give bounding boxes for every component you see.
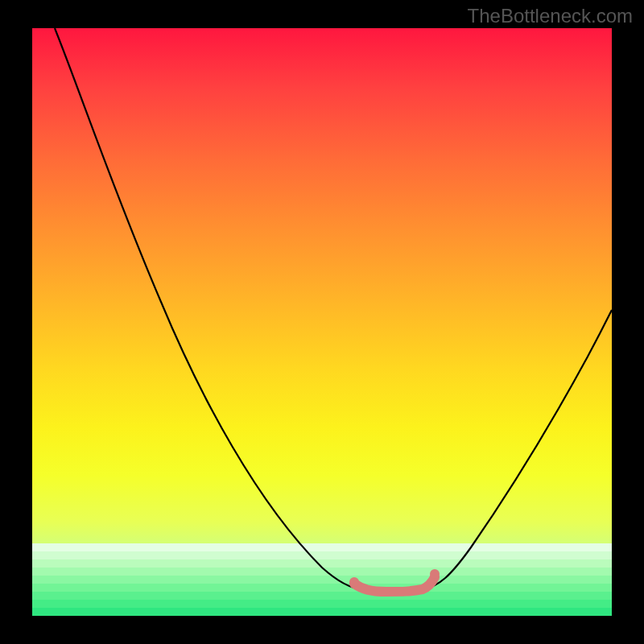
curve-right-branch xyxy=(423,310,612,589)
chart-gradient-area xyxy=(32,28,612,616)
watermark-text: TheBottleneck.com xyxy=(468,5,633,27)
basin-right-dot xyxy=(430,569,440,579)
curve-left-branch xyxy=(55,28,362,589)
curve-basin-highlight xyxy=(354,577,435,592)
bottleneck-curve xyxy=(32,28,612,616)
basin-left-dot xyxy=(349,577,359,587)
